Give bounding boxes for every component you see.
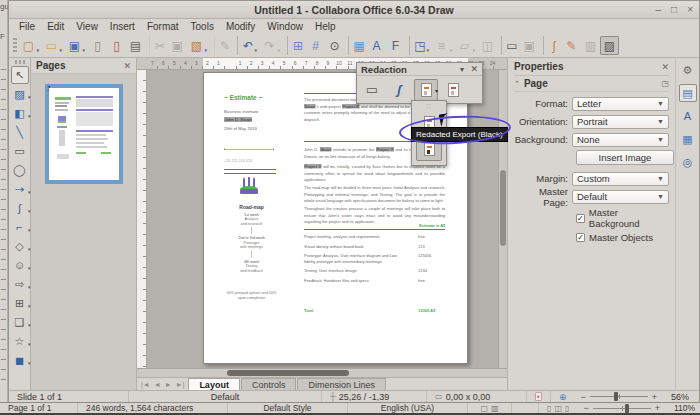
clone-formatting-button[interactable]: ✎ [214,36,233,55]
writer-zoom-slider-thumb[interactable] [625,404,629,413]
tab-nav-arrow[interactable]: ◄ [154,381,161,388]
save-button[interactable]: ▣ [65,36,84,55]
field-dropdown[interactable]: Default ▼ [572,190,669,204]
properties-tab[interactable]: ▤ [679,84,697,102]
field-dropdown[interactable]: Letter ▼ [572,97,669,111]
glue-points-button[interactable]: ▥ [581,36,600,55]
writer-zoom-in-button[interactable]: + [655,403,660,413]
zoom-slider[interactable] [590,396,648,397]
select-tool[interactable]: ↖ [11,66,29,84]
field-dropdown[interactable]: None ▼ [572,133,669,147]
zoom-slider-thumb[interactable] [614,392,618,401]
copy-button[interactable]: ▣ [168,36,187,55]
pages-panel-close-icon[interactable]: ✕ [123,61,131,71]
toolbar-drag-handle[interactable] [13,38,17,54]
shadow-button[interactable]: ▭ [501,36,520,55]
star-shapes-tool[interactable]: ☆ [11,332,29,350]
writer-selection-mode[interactable]: ▢▥ [468,403,512,413]
insert-curve-button[interactable]: ʃ [543,36,562,55]
field-dropdown[interactable]: Custom ▼ [572,172,669,186]
print-button[interactable]: ▤ [126,36,145,55]
vertical-scrollbar-thumb[interactable] [500,170,506,246]
connectors-tool[interactable]: ⌐ [11,218,29,236]
document-modified-indicator[interactable]: ▪ [527,391,551,402]
insert-image-button[interactable]: ▦ [348,36,367,55]
basic-shapes-tool[interactable]: ◇ [11,237,29,255]
rectangle-tool[interactable]: ▭ [11,142,29,160]
fill-color-tool[interactable]: ◧ [11,104,29,122]
zoom-out-button[interactable]: − [580,392,585,402]
minimize-button[interactable]: – [656,5,662,15]
dialog-launcher-icon[interactable]: ◳ [661,79,669,88]
properties-close-icon[interactable]: ✕ [661,62,669,72]
field-dropdown[interactable]: Portrait ▼ [572,115,669,129]
writer-zoom-out-button[interactable]: − [583,403,588,413]
redacted-export-split-button[interactable] [414,79,438,101]
fontwork-button[interactable]: F [386,36,405,55]
tab-layout[interactable]: Layout [188,378,240,390]
redaction-toolbar-titlebar[interactable]: Redaction ▼ ✕ [357,63,482,76]
menu-item[interactable]: File [13,20,41,33]
paste-button[interactable]: ▧ [187,36,206,55]
open-button[interactable]: ▭ [42,36,61,55]
horizontal-scrollbar[interactable] [137,368,507,377]
transformations-button[interactable]: ◫ [478,36,497,55]
redaction-button[interactable]: ▨ [600,36,619,55]
new-document-button[interactable]: ▢ [19,36,38,55]
lines-and-arrows-tool[interactable]: ⇢ [11,180,29,198]
flowchart-shapes-tool[interactable]: ⊞ [11,294,29,312]
vertical-ruler[interactable] [137,70,147,368]
insert-image-button[interactable]: Insert Image [576,150,674,165]
tab-nav-arrow[interactable]: ►| [176,381,185,388]
vertical-scrollbar[interactable] [498,70,507,368]
cut-button[interactable]: ✂ [149,36,168,55]
menu-item[interactable]: Format [141,20,185,33]
writer-word-count[interactable]: 246 words, 1,564 characters [78,403,228,413]
style-indicator[interactable]: Default [129,391,322,402]
writer-language[interactable]: English (USA) [348,403,468,413]
menu-item[interactable]: Modify [220,20,261,33]
direct-export-button[interactable] [441,79,465,101]
callout-shapes-tool[interactable]: ❑ [11,313,29,331]
block-arrows-tool[interactable]: ⇨ [11,275,29,293]
zoom-in-button[interactable]: + [652,392,657,402]
page-thumbnail[interactable]: 1 [45,84,123,184]
arrange-button[interactable]: ▱ [455,36,474,55]
line-color-tool[interactable]: ▨ [11,85,29,103]
page-section-header[interactable]: ⌃ Page ◳ [514,76,669,92]
edit-points-button[interactable]: ✎ [562,36,581,55]
tab-controls[interactable]: Controls [241,378,297,390]
close-button[interactable]: × [687,5,693,15]
insert-text-box-button[interactable]: A [367,36,386,55]
horizontal-scrollbar-thumb[interactable] [227,370,349,376]
fit-slide-button[interactable]: ⊕ [551,391,575,402]
symbol-shapes-tool[interactable]: ☺ [11,256,29,274]
master-background-checkbox[interactable]: Master Background [576,207,669,229]
menu-item[interactable]: Window [261,20,309,33]
insert-line-tool[interactable]: ╲ [11,123,29,141]
sidebar-settings-tab[interactable]: ⚙ [679,61,697,79]
redo-button[interactable]: ↷ [260,36,279,55]
tab-nav-arrow[interactable]: ► [165,381,172,388]
freeform-redaction-button[interactable]: ʃ [387,79,411,101]
menu-item[interactable]: Help [309,20,342,33]
tab-dimension-lines[interactable]: Dimension Lines [297,378,386,390]
styles-tab[interactable]: A [679,107,697,125]
drawbar-drag-handle[interactable] [15,60,25,64]
tab-nav-arrow[interactable]: |◄ [141,381,150,388]
rectangle-redaction-button[interactable]: ▭ [360,79,384,101]
export-pdf-button[interactable]: ▯ [107,36,126,55]
writer-zoom-slider[interactable] [593,408,651,409]
writer-zoom-level[interactable]: 110% [666,403,700,413]
basic-shapes-button[interactable]: ◳ [409,36,428,55]
zoom-level[interactable]: 56% [663,391,699,402]
checkbox[interactable] [576,214,585,223]
menu-item[interactable]: View [70,20,104,33]
ellipse-tool[interactable]: ◯ [11,161,29,179]
snap-guides-button[interactable]: # [306,36,325,55]
navigator-tab[interactable]: ◎ [679,153,697,171]
undo-button[interactable]: ↶ [237,36,256,55]
writer-view-layout[interactable]: ▯◫▯ [539,403,577,413]
crop-image-button[interactable]: ▣ [520,36,539,55]
zoom-button[interactable]: ⊙ [325,36,344,55]
